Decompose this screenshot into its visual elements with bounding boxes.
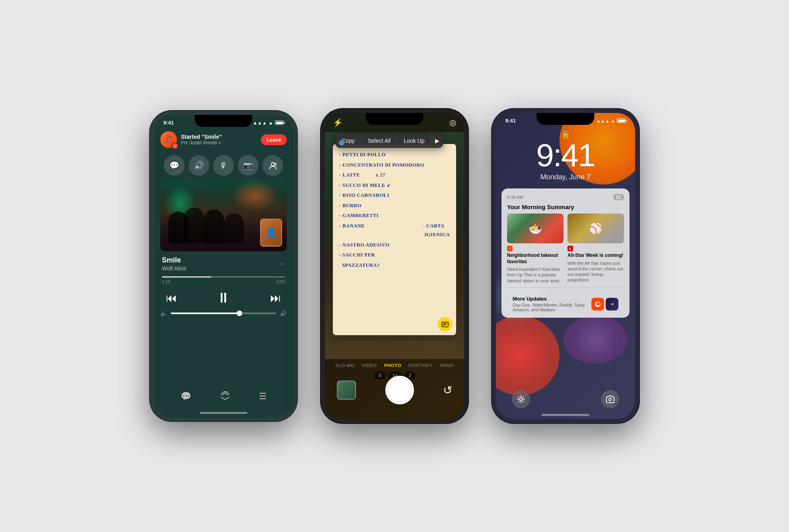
- camera-viewfinder: don'tforgetcanyonroad Copy Select All Lo…: [325, 132, 464, 359]
- note-line-8: - BANANE - CARTA IGIENICA: [339, 221, 450, 239]
- camera-bottom-controls: ↺: [325, 372, 464, 412]
- messages-tab-button[interactable]: 💬: [181, 391, 191, 402]
- power-button-2[interactable]: [468, 181, 468, 212]
- article-2-image: ⚾: [567, 214, 624, 243]
- wifi-icon: ▲: [268, 120, 273, 126]
- portrait-mode[interactable]: PORTRAIT: [408, 363, 433, 368]
- progress-bar[interactable]: [162, 276, 285, 278]
- note-text-content: - PETTI DI POLLO - CONCENTRATO DI POMODO…: [339, 150, 450, 270]
- video-mode[interactable]: VIDEO: [362, 363, 377, 368]
- mute-button[interactable]: [150, 163, 150, 177]
- article-1-title: Neighborhood takeout favorites: [507, 252, 564, 265]
- mic-icon-button[interactable]: 🎙: [213, 155, 234, 176]
- morning-summary-notification[interactable]: 9:30 AM 11 Your Morning Summary 🍜: [501, 188, 630, 318]
- rewind-button[interactable]: ⏮: [166, 291, 177, 305]
- notch-3: [537, 113, 595, 125]
- notification-header: 9:30 AM 11: [507, 194, 624, 200]
- volume-down-button-3[interactable]: [492, 204, 492, 226]
- slo-mo-mode[interactable]: SLO-MO: [335, 363, 354, 368]
- article-2[interactable]: ⚾ E All-Star Week is coming! With the Al…: [567, 214, 624, 283]
- flashlight-button[interactable]: [512, 390, 530, 408]
- airplay-tab-button[interactable]: [220, 390, 230, 402]
- queue-tab-button[interactable]: ☰: [259, 391, 267, 402]
- volume-up-button-2[interactable]: [321, 179, 321, 200]
- article-2-source: E: [567, 246, 624, 251]
- signal-icon-3: ▲▲▲: [596, 118, 609, 123]
- more-menu-icon[interactable]: ▶: [431, 134, 443, 148]
- mute-button-3[interactable]: [492, 161, 492, 175]
- look-up-menu-item[interactable]: Look Up: [397, 134, 431, 148]
- phone-2: ⚡ ▲ ◎ don'tforgetcanyonroad: [321, 109, 468, 423]
- note-line-10: - SACCHI PER: [339, 250, 450, 260]
- mute-button-2[interactable]: [321, 161, 321, 175]
- flash-icon-button[interactable]: ⚡: [333, 118, 343, 127]
- shutter-button[interactable]: [385, 376, 414, 404]
- svg-point-0: [271, 163, 274, 166]
- phone-2-screen: ⚡ ▲ ◎ don'tforgetcanyonroad: [325, 113, 464, 419]
- wifi-icon-3: ▲: [611, 118, 615, 123]
- progress-times: 1:15 -2:02: [162, 279, 285, 284]
- live-photo-icon[interactable]: ◎: [449, 118, 456, 127]
- more-options-button[interactable]: ···: [277, 260, 285, 268]
- lock-screen-content: 9:41 ▲▲▲ ▲ 🔓 9:41 Mon: [496, 113, 635, 419]
- volume-up-button[interactable]: [150, 181, 150, 202]
- svg-rect-2: [442, 322, 448, 327]
- pano-mode[interactable]: PANO: [440, 363, 454, 368]
- playback-controls: ⏮ ⏸ ⏭: [154, 287, 293, 309]
- shareplay-screen: 9:41 ▲▲▲ ▲ 🎵 ♪: [154, 115, 293, 417]
- forward-button[interactable]: ⏭: [270, 291, 281, 305]
- artist-name: Wolf Alice: [162, 265, 186, 272]
- more-updates-divider: [507, 287, 624, 292]
- shareplay-icon-button[interactable]: [262, 155, 283, 176]
- select-all-menu-item[interactable]: Select All: [361, 134, 398, 148]
- camera-screen: ⚡ ▲ ◎ don'tforgetcanyonroad: [325, 113, 464, 419]
- leave-button[interactable]: Leave: [261, 134, 287, 145]
- starz-app-icon: ★: [606, 298, 618, 311]
- article-2-desc: With the All-Star Game just around the c…: [567, 260, 624, 283]
- lockscreen-bottom-controls: [496, 384, 635, 412]
- note-line-9: - NASTRO ADESIVO: [339, 241, 450, 250]
- notch-2: [366, 113, 424, 125]
- note-line-1: - PETTI DI POLLO: [339, 150, 450, 159]
- flip-camera-button[interactable]: ↺: [443, 384, 452, 397]
- more-updates-row[interactable]: More Updates Day One, WaterMinder, Reddi…: [507, 292, 624, 312]
- more-updates-label: More Updates: [513, 296, 587, 302]
- lock-time-display: 9:41: [505, 118, 516, 124]
- status-icons: ▲▲▲ ▲: [253, 120, 284, 126]
- volume-down-button-2[interactable]: [321, 204, 321, 226]
- svg-point-8: [609, 398, 612, 401]
- volume-thumb: [237, 311, 242, 316]
- article-1-image: 🍜: [507, 214, 564, 243]
- live-text-icon[interactable]: [438, 317, 452, 331]
- time-remaining: -2:02: [275, 279, 285, 284]
- speaker-icon-button[interactable]: 🔊: [189, 155, 209, 176]
- camera-button[interactable]: [601, 390, 619, 408]
- camera-icon-button[interactable]: 📷: [238, 155, 258, 176]
- for-label: For Justin Arnold >: [181, 140, 257, 146]
- volume-bar[interactable]: [171, 313, 276, 314]
- espn-icon: E: [567, 246, 573, 251]
- power-button[interactable]: [297, 183, 297, 214]
- svg-point-7: [520, 398, 523, 401]
- photo-thumbnail[interactable]: [337, 381, 356, 400]
- camera-mode-bar: SLO-MO VIDEO PHOTO PORTRAIT PANO: [325, 359, 464, 372]
- note-line-2: - CONCENTRATO DI POMODORO: [339, 161, 450, 170]
- notification-time: 9:30 AM: [507, 195, 611, 200]
- pause-button[interactable]: ⏸: [216, 289, 231, 306]
- article-1[interactable]: 🍜 T Neighborhood takeout favorites Need …: [507, 214, 564, 283]
- chat-icon-button[interactable]: 💬: [164, 155, 185, 176]
- tasty-icon: T: [507, 246, 513, 251]
- more-app-icons: ★: [591, 298, 618, 311]
- phone-1-screen: 9:41 ▲▲▲ ▲ 🎵 ♪: [154, 115, 293, 417]
- lockscreen-date: Monday, June 7: [496, 173, 635, 181]
- context-menu: Copy Select All Look Up ▶: [335, 134, 443, 148]
- volume-up-button-3[interactable]: [492, 179, 492, 200]
- header-text: Started "Smile" For Justin Arnold >: [181, 134, 257, 146]
- phone-3-screen: 9:41 ▲▲▲ ▲ 🔓 9:41 Mon: [496, 113, 635, 419]
- photo-mode[interactable]: PHOTO: [384, 363, 401, 368]
- volume-down-button[interactable]: [150, 206, 150, 228]
- notification-badge: 11: [613, 194, 624, 200]
- phone-1: 9:41 ▲▲▲ ▲ 🎵 ♪: [150, 111, 297, 421]
- notch: [195, 115, 253, 127]
- power-button-3[interactable]: [639, 181, 639, 212]
